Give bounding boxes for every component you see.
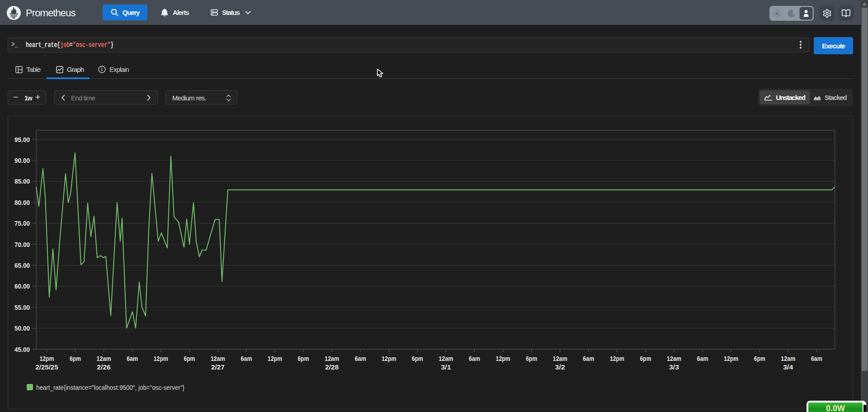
svg-text:70.00: 70.00	[14, 241, 30, 248]
svg-text:75.00: 75.00	[14, 219, 30, 227]
svg-text:6pm: 6pm	[412, 355, 423, 362]
svg-text:6am: 6am	[469, 355, 480, 362]
svg-text:12pm: 12pm	[268, 355, 282, 362]
svg-text:90.00: 90.00	[14, 156, 30, 164]
svg-text:12pm: 12pm	[610, 355, 624, 362]
svg-text:2/27: 2/27	[211, 363, 225, 371]
svg-text:3/2: 3/2	[555, 363, 565, 371]
svg-text:12pm: 12pm	[154, 355, 168, 362]
svg-text:6am: 6am	[583, 355, 594, 362]
svg-text:12am: 12am	[553, 355, 567, 362]
svg-text:2/25/25: 2/25/25	[36, 363, 58, 371]
svg-text:12am: 12am	[439, 355, 453, 362]
svg-text:12pm: 12pm	[382, 355, 396, 362]
svg-text:3/1: 3/1	[441, 363, 451, 371]
svg-text:6pm: 6pm	[298, 355, 309, 362]
svg-text:12am: 12am	[211, 355, 225, 362]
svg-text:50.00: 50.00	[14, 324, 30, 332]
svg-text:65.00: 65.00	[14, 261, 30, 269]
svg-text:12pm: 12pm	[724, 355, 738, 362]
svg-text:12am: 12am	[667, 355, 681, 362]
svg-text:6am: 6am	[811, 355, 822, 362]
svg-text:80.00: 80.00	[14, 199, 30, 206]
svg-text:12am: 12am	[97, 355, 111, 362]
svg-text:45.00: 45.00	[14, 346, 30, 353]
svg-text:12pm: 12pm	[496, 355, 510, 362]
svg-text:2/26: 2/26	[97, 363, 111, 371]
svg-text:3/4: 3/4	[783, 363, 793, 371]
svg-text:6pm: 6pm	[526, 355, 537, 362]
svg-text:6pm: 6pm	[754, 355, 765, 362]
svg-text:6pm: 6pm	[640, 355, 651, 362]
svg-text:6am: 6am	[241, 355, 252, 362]
svg-text:3/3: 3/3	[669, 363, 679, 371]
svg-text:6am: 6am	[697, 355, 708, 362]
svg-text:12am: 12am	[325, 355, 339, 362]
svg-text:60.00: 60.00	[14, 282, 30, 290]
svg-text:85.00: 85.00	[14, 177, 30, 185]
svg-text:6am: 6am	[127, 355, 138, 362]
svg-text:12am: 12am	[781, 355, 795, 362]
svg-text:6pm: 6pm	[184, 355, 195, 362]
svg-text:55.00: 55.00	[14, 303, 30, 311]
svg-text:95.00: 95.00	[14, 136, 30, 143]
svg-text:6pm: 6pm	[70, 355, 81, 362]
svg-text:heart_rate{instance="localhost: heart_rate{instance="localhost:9500", jo…	[36, 384, 184, 391]
svg-text:12pm: 12pm	[40, 355, 54, 362]
svg-text:2/28: 2/28	[325, 363, 339, 371]
svg-text:6am: 6am	[355, 355, 366, 362]
